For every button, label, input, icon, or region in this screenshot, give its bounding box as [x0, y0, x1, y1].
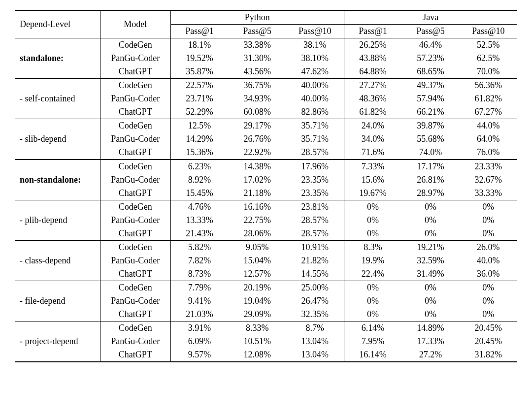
py-pass5-cell: 22.92% [228, 146, 286, 160]
jv-pass10-cell: 52.5% [460, 38, 517, 52]
jv-pass1-cell: 19.67% [344, 187, 401, 200]
jv-pass1-cell: 19.9% [344, 254, 401, 267]
model-cell: ChatGPT [100, 267, 170, 281]
model-cell: PanGu-Coder [100, 335, 170, 348]
py-pass10-cell: 28.57% [286, 214, 344, 227]
py-pass10-cell: 40.00% [286, 92, 344, 105]
jv-pass1-cell: 0% [344, 227, 401, 241]
py-pass1-cell: 6.09% [170, 335, 228, 348]
depend-level-label: - plib-depend [15, 200, 100, 241]
py-pass10-cell: 28.57% [286, 227, 344, 241]
py-pass10-cell: 13.04% [286, 348, 344, 362]
jv-pass5-cell: 0% [401, 281, 459, 295]
jv-pass5-cell: 17.17% [401, 160, 459, 173]
py-pass1-cell: 6.23% [170, 160, 228, 173]
py-pass10-cell: 25.00% [286, 281, 344, 295]
py-pass5-cell: 12.08% [228, 348, 286, 362]
header-py-pass5: Pass@5 [228, 25, 286, 38]
py-pass1-cell: 22.57% [170, 79, 228, 93]
py-pass1-cell: 3.91% [170, 321, 228, 335]
py-pass1-cell: 9.57% [170, 348, 228, 362]
jv-pass1-cell: 15.6% [344, 173, 401, 187]
py-pass5-cell: 19.04% [228, 294, 286, 308]
jv-pass1-cell: 7.33% [344, 160, 401, 173]
py-pass1-cell: 18.1% [170, 38, 228, 52]
jv-pass1-cell: 0% [344, 308, 401, 321]
py-pass5-cell: 29.09% [228, 308, 286, 321]
header-java: Java [344, 10, 517, 25]
jv-pass1-cell: 0% [344, 214, 401, 227]
jv-pass5-cell: 57.23% [401, 52, 459, 65]
py-pass5-cell: 12.57% [228, 267, 286, 281]
jv-pass5-cell: 74.0% [401, 146, 459, 160]
jv-pass10-cell: 32.67% [460, 173, 517, 187]
py-pass5-cell: 29.17% [228, 119, 286, 133]
jv-pass10-cell: 0% [460, 214, 517, 227]
jv-pass1-cell: 7.95% [344, 335, 401, 348]
jv-pass1-cell: 0% [344, 294, 401, 308]
model-cell: ChatGPT [100, 348, 170, 362]
py-pass1-cell: 7.79% [170, 281, 228, 295]
jv-pass5-cell: 31.49% [401, 267, 459, 281]
py-pass10-cell: 47.62% [286, 65, 344, 79]
header-py-pass10: Pass@10 [286, 25, 344, 38]
py-pass1-cell: 8.92% [170, 173, 228, 187]
jv-pass5-cell: 49.37% [401, 79, 459, 93]
jv-pass1-cell: 22.4% [344, 267, 401, 281]
model-cell: ChatGPT [100, 146, 170, 160]
py-pass10-cell: 38.10% [286, 52, 344, 65]
model-cell: CodeGen [100, 38, 170, 52]
py-pass5-cell: 14.38% [228, 160, 286, 173]
jv-pass1-cell: 61.82% [344, 105, 401, 119]
py-pass1-cell: 35.87% [170, 65, 228, 79]
py-pass10-cell: 40.00% [286, 79, 344, 93]
jv-pass10-cell: 64.0% [460, 132, 517, 146]
depend-level-label: non-standalone: [15, 160, 100, 200]
model-cell: ChatGPT [100, 187, 170, 200]
py-pass1-cell: 12.5% [170, 119, 228, 133]
jv-pass5-cell: 0% [401, 308, 459, 321]
header-python: Python [170, 10, 344, 25]
jv-pass10-cell: 44.0% [460, 119, 517, 133]
py-pass5-cell: 31.30% [228, 52, 286, 65]
py-pass1-cell: 15.45% [170, 187, 228, 200]
jv-pass1-cell: 0% [344, 281, 401, 295]
py-pass10-cell: 17.96% [286, 160, 344, 173]
model-cell: ChatGPT [100, 105, 170, 119]
py-pass10-cell: 82.86% [286, 105, 344, 119]
table-row: standalone:CodeGen18.1%33.38%38.1%26.25%… [15, 38, 517, 52]
py-pass10-cell: 26.47% [286, 294, 344, 308]
jv-pass1-cell: 64.88% [344, 65, 401, 79]
jv-pass5-cell: 57.94% [401, 92, 459, 105]
py-pass10-cell: 35.71% [286, 119, 344, 133]
py-pass10-cell: 38.1% [286, 38, 344, 52]
header-depend-level: Depend-Level [15, 10, 100, 38]
py-pass5-cell: 16.16% [228, 200, 286, 214]
jv-pass10-cell: 61.82% [460, 92, 517, 105]
jv-pass1-cell: 16.14% [344, 348, 401, 362]
py-pass5-cell: 60.08% [228, 105, 286, 119]
py-pass1-cell: 13.33% [170, 214, 228, 227]
py-pass1-cell: 4.76% [170, 200, 228, 214]
py-pass1-cell: 21.03% [170, 308, 228, 321]
py-pass10-cell: 23.35% [286, 187, 344, 200]
py-pass5-cell: 22.75% [228, 214, 286, 227]
py-pass5-cell: 34.93% [228, 92, 286, 105]
py-pass10-cell: 10.91% [286, 241, 344, 255]
model-cell: PanGu-Coder [100, 294, 170, 308]
jv-pass10-cell: 0% [460, 294, 517, 308]
results-table: Depend-Level Model Python Java Pass@1 Pa… [15, 10, 517, 362]
jv-pass5-cell: 55.68% [401, 132, 459, 146]
table-row: - project-dependCodeGen3.91%8.33%8.7%6.1… [15, 321, 517, 335]
py-pass1-cell: 15.36% [170, 146, 228, 160]
model-cell: ChatGPT [100, 227, 170, 241]
py-pass10-cell: 21.82% [286, 254, 344, 267]
jv-pass10-cell: 36.0% [460, 267, 517, 281]
py-pass5-cell: 20.19% [228, 281, 286, 295]
jv-pass5-cell: 0% [401, 227, 459, 241]
table-row: - class-dependCodeGen5.82%9.05%10.91%8.3… [15, 241, 517, 255]
jv-pass10-cell: 26.0% [460, 241, 517, 255]
model-cell: CodeGen [100, 160, 170, 173]
jv-pass10-cell: 23.33% [460, 160, 517, 173]
depend-level-label: standalone: [15, 38, 100, 79]
